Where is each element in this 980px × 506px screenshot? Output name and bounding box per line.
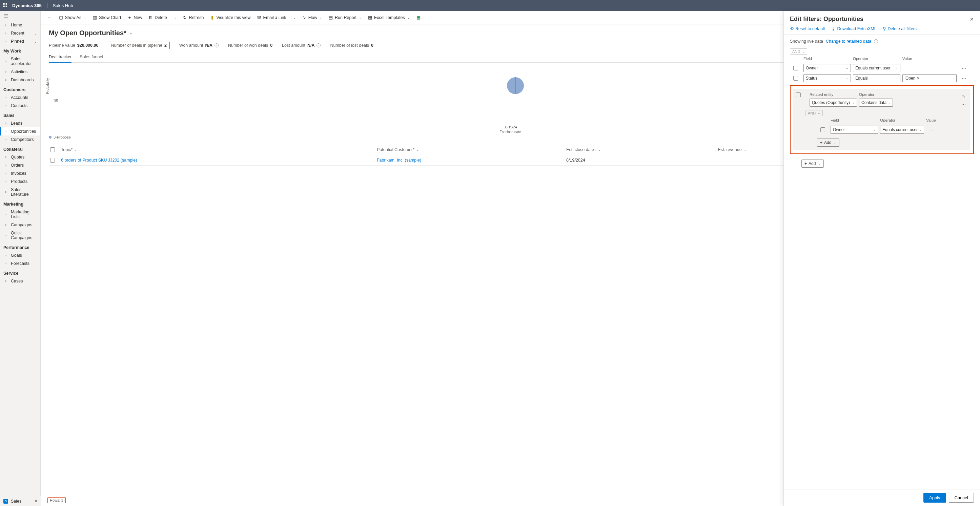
sidebar-item-dashboards[interactable]: ▫Dashboards <box>0 76 40 84</box>
sidebar-item-home[interactable]: ◦Home <box>0 21 40 29</box>
related-checkbox[interactable] <box>796 92 801 97</box>
sidebar-item-campaigns[interactable]: ▫Campaigns <box>0 221 40 229</box>
related-entity-select[interactable]: Quotes (Opportunity)⌄ <box>810 98 857 107</box>
building-icon: ▫ <box>3 95 8 100</box>
col-value: Value <box>902 57 957 60</box>
chevron-down-icon: ⌄ <box>320 16 322 19</box>
panel-toolbar: ⟲Reset to default⭳Download FetchXML⚲Dele… <box>784 26 980 35</box>
area-switcher[interactable]: S Sales ⇅ <box>0 496 41 506</box>
download-fetchxml-button[interactable]: ⭳Download FetchXML <box>831 26 877 31</box>
change-retained-link[interactable]: Change to retained data <box>826 39 871 44</box>
nested-operator-select[interactable]: Equals current user⌄ <box>880 126 924 134</box>
chart-bubble[interactable] <box>507 77 524 94</box>
sidebar-item-leads[interactable]: ▫Leads <box>0 119 40 127</box>
bolt-icon: ▫ <box>3 233 8 238</box>
sidebar-item-quick-campaigns[interactable]: ▫Quick Campaigns <box>0 229 40 242</box>
add-condition-button[interactable]: + Add ⌄ <box>802 160 824 168</box>
visualize-this-view-button[interactable]: ▮Visualize this view <box>208 14 253 21</box>
condition-checkbox[interactable] <box>793 66 798 70</box>
sidebar-item-competitors[interactable]: ▫Competitors <box>0 135 40 144</box>
refresh-button[interactable]: ↻Refresh <box>181 14 206 21</box>
info-icon[interactable]: i <box>317 43 321 48</box>
chevron-down-icon: ⌄ <box>598 148 601 151</box>
reset-to-default-button[interactable]: ⟲Reset to default <box>790 26 825 31</box>
row-more-icon[interactable]: ⋯ <box>959 66 969 71</box>
split-chevron[interactable]: ⌄ <box>171 14 178 21</box>
chevron-down-icon: ⌄ <box>744 148 746 151</box>
nested-and-or-toggle[interactable]: AND⌄ <box>805 110 823 116</box>
row-checkbox[interactable] <box>50 158 55 163</box>
metric-won-amount: Won amount N/A i <box>179 43 219 48</box>
sidebar-item-invoices[interactable]: ▫Invoices <box>0 169 40 178</box>
sidebar-group-customers: Customers <box>0 84 40 94</box>
excel-export-icon[interactable]: ▦ <box>414 14 423 21</box>
select-all-checkbox[interactable] <box>50 148 55 152</box>
topic-link[interactable]: 6 orders of Product SKU JJ202 (sample) <box>61 158 377 163</box>
info-icon[interactable]: i <box>874 39 878 43</box>
value-tagbox[interactable]: Open✕⌄ <box>902 74 957 82</box>
doc-icon: ▫ <box>3 129 8 134</box>
related-operator-select[interactable]: Contains data⌄ <box>859 98 893 107</box>
back-button[interactable]: ← <box>45 14 54 21</box>
tab-deal-tracker[interactable]: Deal tracker <box>49 52 72 63</box>
sidebar-item-recent[interactable]: ◦Recent⌄ <box>0 29 40 37</box>
operator-select[interactable]: Equals current user⌄ <box>853 64 900 72</box>
layout-icon: ▢ <box>59 15 64 20</box>
close-date: 8/19/2024 <box>566 158 718 163</box>
reset-icon: ⟲ <box>790 26 794 31</box>
sidebar-item-orders[interactable]: ▫Orders <box>0 161 40 169</box>
cancel-button[interactable]: Cancel <box>949 493 974 503</box>
delete-all-filters-button[interactable]: ⚲Delete all filters <box>883 26 916 31</box>
sidebar-item-marketing-lists[interactable]: ▫Marketing Lists <box>0 208 40 221</box>
sidebar-item-forecasts[interactable]: ▫Forecasts <box>0 259 40 268</box>
condition-checkbox[interactable] <box>793 76 798 81</box>
nested-row-more-icon[interactable]: ⋯ <box>926 127 936 132</box>
legend-dot-icon <box>49 136 51 138</box>
close-icon[interactable]: ✕ <box>970 17 974 22</box>
column-potential-customer[interactable]: Potential Customer*⌄ <box>377 148 566 152</box>
split-chevron[interactable]: ⌄ <box>290 14 298 21</box>
related-more-icon[interactable]: ⋯ <box>961 102 966 107</box>
sidebar-item-goals[interactable]: ▫Goals <box>0 251 40 259</box>
sidebar-item-opportunities[interactable]: ▫Opportunities <box>0 127 40 135</box>
sidebar-item-sales-accelerator[interactable]: ▫Sales accelerator <box>0 55 40 68</box>
field-select[interactable]: Status⌄ <box>803 74 851 82</box>
legend-label: 3-Propose <box>54 135 71 139</box>
show-chart-button[interactable]: ▥Show Chart <box>91 14 123 21</box>
excel-templates-button[interactable]: ▦Excel Templates⌄ <box>366 14 412 21</box>
customer-link[interactable]: Fabrikam, Inc. (sample) <box>377 158 566 163</box>
sidebar-item-activities[interactable]: ▫Activities <box>0 68 40 76</box>
sidebar-item-accounts[interactable]: ▫Accounts <box>0 94 40 102</box>
delete-button[interactable]: 🗑Delete <box>146 14 169 21</box>
collapse-icon[interactable]: ⤡ <box>962 94 966 98</box>
sidebar-item-pinned[interactable]: ◦Pinned⌄ <box>0 37 40 45</box>
app-launcher-icon[interactable] <box>3 3 8 8</box>
run-report-button[interactable]: ▤Run Report⌄ <box>326 14 364 21</box>
show-as-button[interactable]: ▢Show As⌄ <box>57 14 89 21</box>
sidebar-item-quotes[interactable]: ▫Quotes <box>0 153 40 161</box>
hamburger-icon[interactable] <box>0 11 40 21</box>
info-icon[interactable]: i <box>215 43 219 48</box>
flow-button[interactable]: ∿Flow⌄ <box>300 14 324 21</box>
operator-select[interactable]: Equals⌄ <box>853 74 900 82</box>
sidebar-item-contacts[interactable]: ▫Contacts <box>0 102 40 110</box>
tab-sales-funnel[interactable]: Sales funnel <box>80 52 103 62</box>
add-nested-condition-button[interactable]: + Add ⌄ <box>817 138 839 147</box>
sidebar-item-sales-literature[interactable]: ▫Sales Literature <box>0 186 40 198</box>
field-select[interactable]: Owner⌄ <box>803 64 851 72</box>
apply-button[interactable]: Apply <box>923 493 946 503</box>
remove-tag-icon[interactable]: ✕ <box>916 76 920 81</box>
and-or-toggle[interactable]: AND⌄ <box>790 48 807 54</box>
brand-label: Dynamics 365 <box>12 3 42 8</box>
sidebar-item-cases[interactable]: ▫Cases <box>0 277 40 285</box>
row-more-icon[interactable]: ⋯ <box>959 76 969 81</box>
doc-icon: ▫ <box>3 171 8 176</box>
sidebar-item-products[interactable]: ▫Products <box>0 178 40 186</box>
column-topic[interactable]: Topic*⌄ <box>61 148 377 152</box>
grid-icon: ▫ <box>3 78 8 82</box>
nested-row-checkbox[interactable] <box>820 127 825 132</box>
column-est-close-date[interactable]: Est. close date↑⌄ <box>566 148 718 152</box>
nested-field-select[interactable]: Owner⌄ <box>830 126 878 134</box>
new-button[interactable]: +New <box>125 14 144 21</box>
email-a-link-button[interactable]: ✉Email a Link <box>255 14 288 21</box>
